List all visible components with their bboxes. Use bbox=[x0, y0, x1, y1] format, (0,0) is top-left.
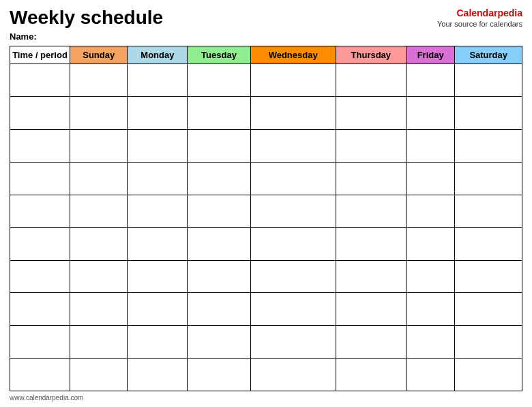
day-cell bbox=[336, 260, 406, 293]
day-cell bbox=[250, 64, 336, 97]
day-cell bbox=[406, 227, 455, 260]
day-cell bbox=[250, 293, 336, 326]
time-cell bbox=[10, 227, 70, 260]
day-cell bbox=[336, 293, 406, 326]
day-cell bbox=[70, 130, 128, 163]
day-cell bbox=[250, 326, 336, 359]
day-cell bbox=[336, 97, 406, 130]
brand-name-part2: pedia bbox=[497, 8, 522, 18]
day-cell bbox=[188, 97, 250, 130]
day-cell bbox=[70, 227, 128, 260]
day-cell bbox=[406, 97, 455, 130]
day-cell bbox=[250, 359, 336, 391]
day-cell bbox=[128, 326, 188, 359]
day-cell bbox=[336, 130, 406, 163]
day-cell bbox=[128, 163, 188, 195]
day-cell bbox=[336, 64, 406, 97]
day-cell bbox=[406, 195, 455, 227]
table-row bbox=[10, 359, 522, 391]
day-cell bbox=[70, 163, 128, 195]
brand-tagline: Your source for calendars bbox=[437, 19, 522, 29]
day-cell bbox=[188, 64, 250, 97]
time-period-header: Time / period bbox=[10, 46, 70, 64]
day-cell bbox=[336, 195, 406, 227]
day-cell bbox=[128, 359, 188, 391]
day-cell bbox=[455, 130, 522, 163]
day-cell bbox=[406, 64, 455, 97]
day-cell bbox=[70, 326, 128, 359]
day-cell bbox=[188, 293, 250, 326]
brand-name-part1: Calendar bbox=[457, 8, 498, 18]
day-cell bbox=[188, 260, 250, 293]
day-cell bbox=[406, 130, 455, 163]
table-row bbox=[10, 260, 522, 293]
time-cell bbox=[10, 64, 70, 97]
brand-name: Calendarpedia bbox=[437, 7, 522, 19]
day-cell bbox=[188, 195, 250, 227]
day-cell bbox=[128, 195, 188, 227]
day-cell bbox=[455, 326, 522, 359]
schedule-table: Time / period Sunday Monday Tuesday Wedn… bbox=[10, 46, 522, 391]
time-cell bbox=[10, 97, 70, 130]
time-cell bbox=[10, 195, 70, 227]
day-cell bbox=[336, 163, 406, 195]
day-cell bbox=[336, 326, 406, 359]
day-cell bbox=[250, 227, 336, 260]
day-cell bbox=[455, 64, 522, 97]
time-cell bbox=[10, 326, 70, 359]
saturday-header: Saturday bbox=[455, 46, 522, 64]
day-cell bbox=[188, 163, 250, 195]
table-row bbox=[10, 64, 522, 97]
day-cell bbox=[250, 163, 336, 195]
page-title: Weekly schedule bbox=[10, 7, 163, 29]
day-cell bbox=[336, 227, 406, 260]
day-cell bbox=[128, 260, 188, 293]
name-label: Name: bbox=[10, 31, 522, 42]
day-cell bbox=[70, 293, 128, 326]
table-row bbox=[10, 130, 522, 163]
time-cell bbox=[10, 130, 70, 163]
brand: Calendarpedia Your source for calendars bbox=[437, 7, 522, 29]
day-cell bbox=[455, 195, 522, 227]
monday-header: Monday bbox=[128, 46, 188, 64]
day-cell bbox=[70, 64, 128, 97]
day-cell bbox=[406, 359, 455, 391]
header: Weekly schedule Calendarpedia Your sourc… bbox=[10, 7, 522, 29]
time-cell bbox=[10, 163, 70, 195]
day-cell bbox=[336, 359, 406, 391]
thursday-header: Thursday bbox=[336, 46, 406, 64]
table-row bbox=[10, 326, 522, 359]
day-cell bbox=[128, 97, 188, 130]
day-cell bbox=[455, 227, 522, 260]
day-cell bbox=[70, 195, 128, 227]
day-cell bbox=[188, 359, 250, 391]
table-row bbox=[10, 195, 522, 227]
page: Weekly schedule Calendarpedia Your sourc… bbox=[0, 0, 532, 407]
time-cell bbox=[10, 359, 70, 391]
table-row bbox=[10, 97, 522, 130]
day-cell bbox=[250, 260, 336, 293]
day-cell bbox=[455, 97, 522, 130]
table-row bbox=[10, 163, 522, 195]
day-cell bbox=[188, 130, 250, 163]
day-cell bbox=[70, 97, 128, 130]
day-cell bbox=[250, 130, 336, 163]
day-cell bbox=[455, 293, 522, 326]
day-cell bbox=[70, 260, 128, 293]
day-cell bbox=[406, 260, 455, 293]
day-cell bbox=[70, 359, 128, 391]
friday-header: Friday bbox=[406, 46, 455, 64]
day-cell bbox=[128, 130, 188, 163]
day-cell bbox=[128, 64, 188, 97]
day-cell bbox=[455, 163, 522, 195]
day-cell bbox=[406, 163, 455, 195]
table-row bbox=[10, 293, 522, 326]
time-cell bbox=[10, 293, 70, 326]
day-cell bbox=[188, 326, 250, 359]
day-cell bbox=[128, 293, 188, 326]
sunday-header: Sunday bbox=[70, 46, 128, 64]
footer: www.calendarpedia.com bbox=[10, 394, 522, 402]
day-cell bbox=[188, 227, 250, 260]
day-cell bbox=[406, 326, 455, 359]
tuesday-header: Tuesday bbox=[188, 46, 250, 64]
